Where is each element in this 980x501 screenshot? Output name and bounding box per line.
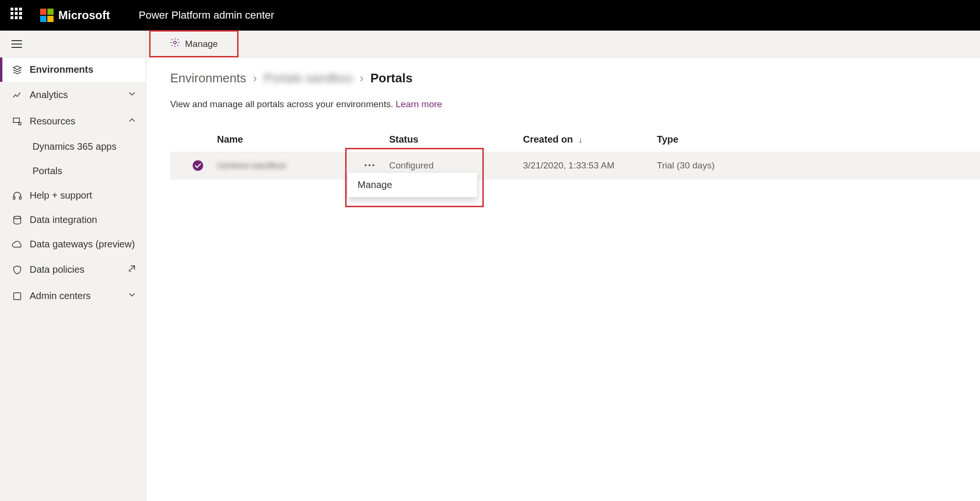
- admin-icon: [11, 291, 23, 301]
- sidebar-item-label: Data integration: [30, 214, 97, 225]
- manage-button-label: Manage: [185, 39, 218, 49]
- sidebar: Environments Analytics Resources Dynamic…: [0, 31, 146, 501]
- app-title: Power Platform admin center: [139, 9, 274, 22]
- headset-icon: [11, 190, 23, 201]
- top-bar: Microsoft Power Platform admin center: [0, 0, 980, 31]
- column-header-status[interactable]: Status: [389, 134, 523, 145]
- portal-created-cell: 3/21/2020, 1:33:53 AM: [523, 160, 657, 171]
- external-link-icon: [127, 263, 137, 276]
- chevron-up-icon: [127, 115, 137, 128]
- chevron-down-icon: [127, 289, 137, 302]
- svg-point-4: [14, 216, 21, 219]
- chevron-right-icon: ›: [253, 71, 257, 86]
- column-header-type[interactable]: Type: [657, 134, 965, 145]
- app-launcher-icon[interactable]: [11, 8, 26, 23]
- portal-name-cell: contoso-sandbox: [212, 160, 351, 171]
- sidebar-item-data-policies[interactable]: Data policies: [0, 256, 146, 283]
- context-menu-manage[interactable]: Manage: [348, 173, 477, 197]
- shield-icon: [11, 265, 23, 275]
- chart-icon: [11, 90, 23, 100]
- table-row[interactable]: contoso-sandbox ··· Configured 3/21/2020…: [170, 152, 980, 179]
- row-selected-icon[interactable]: [193, 160, 203, 171]
- sidebar-item-label: Resources: [30, 116, 76, 127]
- sidebar-item-analytics[interactable]: Analytics: [0, 82, 146, 108]
- learn-more-link[interactable]: Learn more: [396, 99, 442, 109]
- breadcrumb: Environments › Portals sandbox › Portals: [170, 71, 980, 86]
- sidebar-item-environments[interactable]: Environments: [0, 57, 146, 82]
- resources-icon: [11, 116, 23, 127]
- sidebar-item-label: Admin centers: [30, 290, 91, 301]
- breadcrumb-current: Portals: [370, 71, 413, 86]
- sidebar-item-help-support[interactable]: Help + support: [0, 183, 146, 208]
- column-header-name[interactable]: Name: [212, 134, 351, 145]
- sidebar-item-label: Dynamics 365 apps: [33, 141, 117, 152]
- command-bar: Manage: [146, 31, 980, 57]
- cloud-icon: [11, 239, 23, 250]
- svg-point-1: [19, 122, 22, 125]
- database-icon: [11, 215, 23, 225]
- gear-icon: [170, 37, 180, 50]
- svg-rect-3: [20, 196, 22, 199]
- sidebar-item-dynamics365[interactable]: Dynamics 365 apps: [0, 134, 146, 159]
- sidebar-item-label: Portals: [33, 166, 62, 177]
- sidebar-item-admin-centers[interactable]: Admin centers: [0, 283, 146, 309]
- sidebar-item-data-integration[interactable]: Data integration: [0, 208, 146, 232]
- more-actions-button[interactable]: ···: [364, 159, 376, 171]
- sidebar-item-label: Environments: [30, 64, 93, 75]
- sidebar-item-label: Data policies: [30, 264, 85, 275]
- breadcrumb-environment-name[interactable]: Portals sandbox: [264, 71, 353, 86]
- content-area: Manage Environments › Portals sandbox › …: [146, 31, 980, 501]
- sidebar-item-data-gateways[interactable]: Data gateways (preview): [0, 232, 146, 256]
- portal-status-cell: Configured: [389, 160, 523, 171]
- chevron-right-icon: ›: [359, 71, 364, 86]
- sidebar-item-label: Analytics: [30, 89, 68, 100]
- annotation-highlight-manage-button: Manage: [149, 30, 239, 57]
- breadcrumb-environments[interactable]: Environments: [170, 71, 246, 86]
- hamburger-icon[interactable]: [11, 40, 22, 48]
- portal-type-cell: Trial (30 days): [657, 160, 965, 171]
- chevron-down-icon: [127, 89, 137, 101]
- svg-rect-2: [13, 196, 15, 199]
- svg-rect-5: [14, 292, 21, 300]
- portals-table: Name Status Created on ↓ Type contoso-sa…: [170, 127, 980, 179]
- svg-point-6: [174, 41, 176, 44]
- microsoft-brand-text: Microsoft: [58, 9, 110, 22]
- sidebar-item-resources[interactable]: Resources: [0, 108, 146, 134]
- column-header-created[interactable]: Created on ↓: [523, 134, 657, 145]
- context-menu: Manage: [348, 173, 477, 197]
- sidebar-item-portals[interactable]: Portals: [0, 159, 146, 183]
- svg-rect-0: [13, 118, 20, 122]
- stack-icon: [11, 65, 23, 75]
- manage-button[interactable]: Manage: [153, 33, 234, 54]
- sidebar-item-label: Help + support: [30, 190, 92, 201]
- table-header-row: Name Status Created on ↓ Type: [170, 127, 980, 152]
- page-description: View and manage all portals across your …: [170, 99, 980, 110]
- microsoft-logo[interactable]: Microsoft: [40, 9, 110, 22]
- microsoft-logo-icon: [40, 9, 54, 22]
- sidebar-item-label: Data gateways (preview): [30, 239, 135, 250]
- sort-descending-icon: ↓: [578, 136, 582, 144]
